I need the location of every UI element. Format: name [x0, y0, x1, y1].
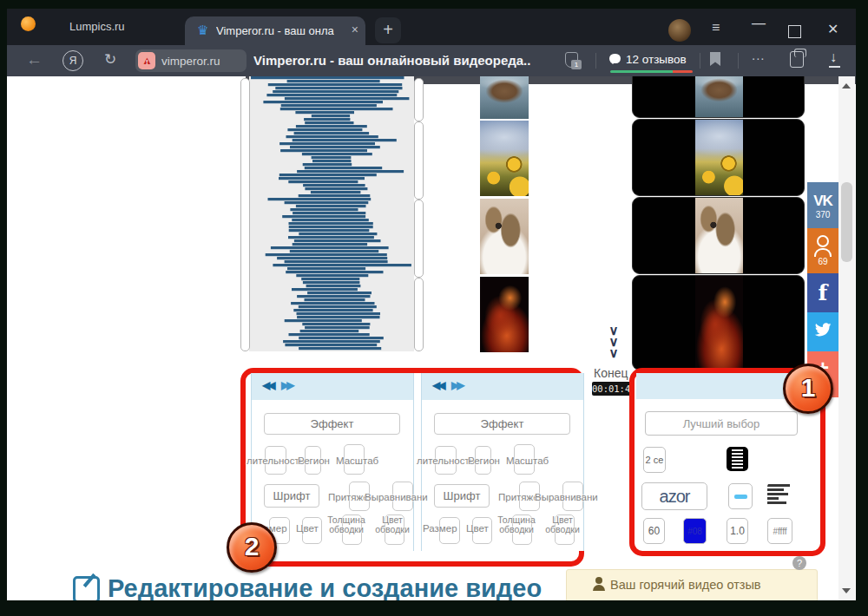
- rewind-icon[interactable]: ◀◀: [262, 379, 273, 391]
- highlight-box-2: ◀◀ ▶▶ Эффект лительность Регион Масштаб …: [240, 368, 584, 567]
- audio-waveform: [249, 76, 414, 351]
- stroke-width-label: Толщина обводки: [495, 515, 538, 534]
- tab-close-icon[interactable]: ×: [352, 23, 358, 36]
- font-preview-button[interactable]: azor: [641, 482, 707, 510]
- scrollbar-down-arrow[interactable]: [842, 588, 851, 593]
- protect-shield-icon[interactable]: 1: [565, 52, 578, 68]
- duration-value[interactable]: 2 се: [643, 447, 666, 473]
- end-time-badge: 00:01:41: [592, 382, 634, 396]
- divider: [700, 53, 700, 69]
- audio-waveform-track[interactable]: [249, 76, 414, 351]
- alignment-label: Выравнивани: [535, 492, 598, 502]
- share-facebook-button[interactable]: f: [807, 273, 838, 312]
- back-icon[interactable]: ←: [26, 50, 43, 69]
- facebook-icon: f: [807, 273, 838, 312]
- reload-icon[interactable]: ↻: [104, 50, 116, 69]
- review-banner[interactable]: Ваш горячий видео отзыв: [566, 569, 818, 602]
- review-banner-text: Ваш горячий видео отзыв: [610, 578, 761, 592]
- yandex-icon[interactable]: Я: [62, 50, 83, 71]
- stroke-color-label: Цвет обводки: [371, 515, 414, 534]
- timeline-segment-1[interactable]: [414, 78, 424, 121]
- clip-thumb-nebula[interactable]: [480, 277, 529, 352]
- timeline-strip-left[interactable]: [240, 78, 250, 351]
- page-scrollbar[interactable]: [838, 76, 855, 600]
- address-bar[interactable]: ▲ ! vimperor.ru: [135, 49, 247, 72]
- new-tab-button[interactable]: +: [375, 17, 401, 43]
- size-label: Размер: [423, 523, 457, 534]
- tab-vimperor[interactable]: ♛ Vimperor.ru - ваш онла ×: [185, 16, 365, 45]
- clip-thumb-owl[interactable]: [480, 76, 529, 119]
- color-value[interactable]: #08: [683, 518, 707, 544]
- share-ok-button[interactable]: 69: [807, 228, 838, 273]
- effect-button[interactable]: Эффект: [264, 413, 400, 435]
- download-icon[interactable]: ↓: [830, 49, 837, 65]
- best-choice-button[interactable]: Лучший выбор: [645, 411, 798, 436]
- stroke-color-value[interactable]: #ffff: [767, 518, 792, 544]
- scrollbar-up-arrow[interactable]: [842, 83, 851, 88]
- align-left-icon[interactable]: [767, 482, 791, 508]
- tab-vimperor-label: Vimperor.ru - ваш онла: [216, 24, 334, 37]
- page-title: Vimperor.ru - ваш онлайновый видеореда..…: [253, 53, 531, 68]
- region-label: Регион: [298, 455, 330, 466]
- region-thumb-button[interactable]: [681, 447, 700, 471]
- duration-label: лительность: [247, 455, 305, 466]
- share-vk-button[interactable]: VK 370: [807, 182, 838, 228]
- rewind-icon[interactable]: ◀◀: [432, 379, 443, 391]
- collections-icon[interactable]: [790, 51, 804, 68]
- attraction-dash-button[interactable]: [728, 483, 753, 509]
- window-frame-left: [0, 0, 7, 616]
- url-text: vimperor.ru: [161, 55, 220, 68]
- bookmark-icon[interactable]: [710, 52, 720, 66]
- clip-thumb-rabbit[interactable]: [480, 199, 529, 274]
- divider: [595, 53, 596, 69]
- tab-bar: Lumpics.ru ♛ Vimperor.ru - ваш онла × + …: [7, 9, 856, 45]
- menu-icon[interactable]: ≡: [712, 20, 720, 36]
- clip-controls-panel-2: ◀◀ ▶▶ Эффект лительность Регион Масштаб …: [421, 373, 584, 551]
- page-viewport: ∨∨∨ Конец 00:01:41 ◀◀ ▶▶ Эффект лительно…: [7, 76, 856, 600]
- preview-frame-rabbit[interactable]: [632, 197, 805, 274]
- fast-forward-icon[interactable]: ▶▶: [451, 379, 462, 391]
- timeline-segment-3[interactable]: [414, 200, 424, 278]
- tab-lumpics[interactable]: Lumpics.ru: [69, 20, 125, 33]
- timeline-segment-2[interactable]: [414, 121, 424, 200]
- preview-frame-owl[interactable]: [632, 75, 805, 118]
- clip-thumb-sunflowers[interactable]: [480, 121, 529, 196]
- size-value[interactable]: 60: [643, 518, 665, 544]
- more-icon[interactable]: ...: [752, 48, 766, 62]
- scroll-down-chevrons[interactable]: ∨∨∨: [606, 324, 621, 358]
- warning-icon[interactable]: ▲ !: [138, 52, 155, 69]
- reviews-bar-negative: [673, 70, 693, 73]
- vk-count: 370: [807, 210, 838, 220]
- window-close-icon[interactable]: ✕: [827, 21, 838, 37]
- reviews-label[interactable]: 12 отзывов: [626, 53, 687, 66]
- scale-label: Масштаб: [336, 455, 378, 466]
- share-twitter-button[interactable]: [807, 312, 838, 351]
- style-values-panel: Лучший выбор 2 се azor 60 #08 1.0 #ffff: [636, 373, 808, 541]
- preview-frame-sunflowers[interactable]: [632, 119, 805, 196]
- reviews-bubble-icon[interactable]: [609, 54, 621, 63]
- effect-button[interactable]: Эффект: [434, 413, 570, 435]
- rabbit-image: [695, 198, 743, 273]
- font-button[interactable]: Шрифт: [264, 484, 319, 508]
- fast-forward-icon[interactable]: ▶▶: [281, 379, 292, 391]
- maximize-icon[interactable]: [788, 25, 801, 38]
- minimize-icon[interactable]: —: [752, 16, 766, 31]
- stroke-color-label: Цвет обводки: [541, 515, 584, 534]
- scale-label: Масштаб: [506, 455, 549, 466]
- help-icon[interactable]: ?: [792, 556, 806, 570]
- person-icon: [593, 577, 605, 594]
- scrollbar-thumb[interactable]: [841, 182, 852, 262]
- font-button[interactable]: Шрифт: [434, 484, 490, 508]
- end-label: Конец: [594, 366, 628, 380]
- protect-badge: 1: [571, 60, 582, 69]
- profile-avatar[interactable]: [668, 19, 691, 42]
- color-label: Цвет: [466, 523, 489, 534]
- stroke-width-value[interactable]: 1.0: [727, 518, 748, 544]
- scale-waveform-button[interactable]: [727, 447, 748, 471]
- panel-header: ◀◀ ▶▶: [422, 373, 583, 400]
- timeline-segment-4[interactable]: [414, 278, 424, 351]
- divider: [738, 53, 739, 69]
- duration-label: лительность: [417, 455, 475, 466]
- owl-image: [695, 75, 743, 117]
- preview-frame-nebula[interactable]: [632, 275, 805, 370]
